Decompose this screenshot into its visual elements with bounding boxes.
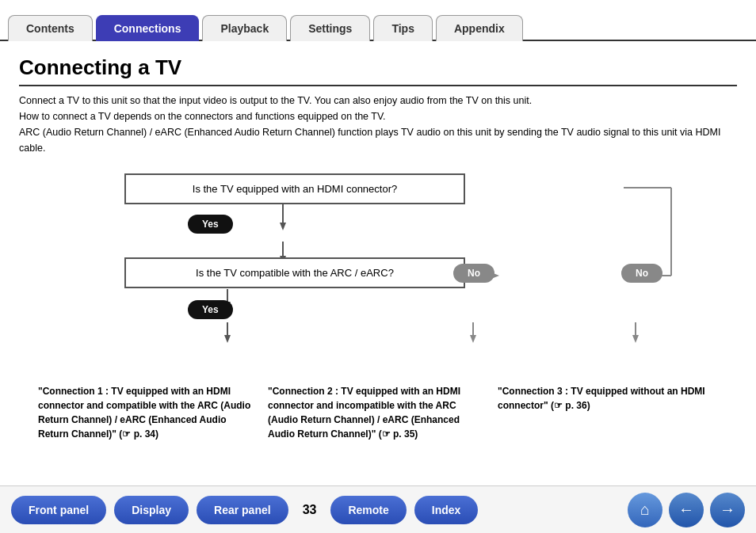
front-panel-button[interactable]: Front panel <box>11 496 106 524</box>
yes-badge-1: Yes <box>188 215 233 234</box>
bottom-nav-right: ⌂ ← → <box>628 493 745 527</box>
back-button[interactable]: ← <box>669 493 704 527</box>
flowchart-svg <box>21 170 735 424</box>
flowchart: Is the TV equipped with an HDMI connecto… <box>21 170 735 424</box>
svg-marker-1 <box>280 223 286 230</box>
tab-tips[interactable]: Tips <box>373 15 433 41</box>
index-button[interactable]: Index <box>414 496 479 524</box>
forward-icon: → <box>720 501 735 519</box>
home-button[interactable]: ⌂ <box>628 493 662 527</box>
main-content: Connecting a TV Connect a TV to this uni… <box>0 41 756 441</box>
tab-playback[interactable]: Playback <box>202 15 287 41</box>
svg-marker-11 <box>470 335 476 343</box>
tab-connections[interactable]: Connections <box>96 15 200 41</box>
home-icon: ⌂ <box>640 501 650 519</box>
bottom-nav: Front panel Display Rear panel 33 Remote… <box>0 485 756 533</box>
yes-label-2: Yes <box>202 304 219 315</box>
intro-line-1: Connect a TV to this unit so that the in… <box>19 95 532 106</box>
bottom-nav-left: Front panel Display Rear panel 33 Remote… <box>11 496 478 524</box>
flowchart-q2-box: Is the TV compatible with the ARC / eARC… <box>124 257 465 288</box>
back-icon: ← <box>678 501 694 519</box>
flowchart-q1-text: Is the TV equipped with an HDMI connecto… <box>193 183 397 195</box>
tab-appendix[interactable]: Appendix <box>436 15 523 41</box>
no-badge-1: No <box>453 264 494 283</box>
remote-button[interactable]: Remote <box>330 496 406 524</box>
flowchart-q1-box: Is the TV equipped with an HDMI connecto… <box>124 173 465 204</box>
page-number: 33 <box>303 503 317 517</box>
flowchart-q2-text: Is the TV compatible with the ARC / eARC… <box>196 267 394 279</box>
intro-line-3: ARC (Audio Return Channel) / eARC (Enhan… <box>19 127 720 154</box>
no-label-1: No <box>468 268 480 279</box>
display-button[interactable]: Display <box>114 496 189 524</box>
svg-marker-7 <box>224 335 231 343</box>
yes-label-1: Yes <box>202 219 219 230</box>
tab-settings[interactable]: Settings <box>290 15 370 41</box>
svg-marker-16 <box>632 335 639 343</box>
intro-line-2: How to connect a TV depends on the conne… <box>19 111 386 122</box>
intro-text: Connect a TV to this unit so that the in… <box>19 93 737 156</box>
no-badge-2: No <box>621 264 662 283</box>
forward-button[interactable]: → <box>710 493 745 527</box>
rear-panel-button[interactable]: Rear panel <box>197 496 288 524</box>
nav-tabs: Contents Connections Playback Settings T… <box>0 0 756 41</box>
tab-contents[interactable]: Contents <box>8 15 93 41</box>
yes-badge-2: Yes <box>188 300 233 319</box>
page-title: Connecting a TV <box>19 55 737 86</box>
no-label-2: No <box>636 268 648 279</box>
